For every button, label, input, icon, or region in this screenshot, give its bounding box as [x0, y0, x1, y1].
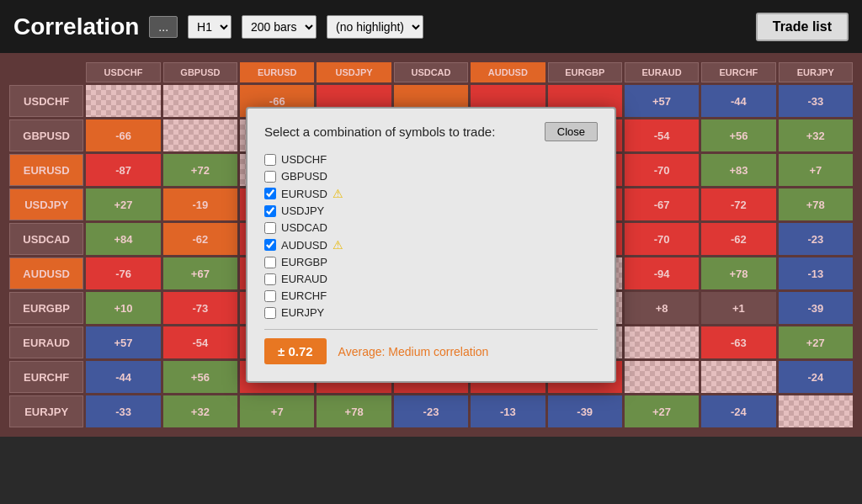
cell-usdcad-gbpusd[interactable]: -62: [163, 223, 237, 255]
row-label-audusd: AUDUSD: [9, 257, 83, 289]
row-label-gbpusd: GBPUSD: [9, 119, 83, 151]
cell-eurchf-euraud[interactable]: [625, 361, 699, 393]
cell-audusd-gbpusd[interactable]: +67: [163, 257, 237, 289]
cell-eurjpy-eurchf[interactable]: -24: [701, 395, 775, 427]
checkbox-eurusd[interactable]: [264, 188, 276, 199]
cell-eurgbp-eurchf[interactable]: +1: [701, 292, 775, 324]
cell-euraud-euraud[interactable]: [625, 326, 699, 358]
cell-usdchf-eurjpy[interactable]: -33: [779, 85, 853, 117]
cell-euraud-usdchf[interactable]: +57: [86, 326, 160, 358]
symbol-label-eurgbp: EURGBP: [281, 256, 327, 268]
cell-usdchf-euraud[interactable]: +57: [625, 85, 699, 117]
symbol-checkbox-row-usdchf: USDCHF: [264, 153, 598, 166]
cell-euraud-gbpusd[interactable]: -54: [163, 326, 237, 358]
cell-usdcad-eurchf[interactable]: -62: [701, 223, 775, 255]
cell-usdcad-eurjpy[interactable]: -23: [779, 223, 853, 255]
trade-list-button[interactable]: Trade list: [756, 13, 849, 41]
more-button[interactable]: ...: [149, 16, 178, 38]
cell-eurjpy-usdchf[interactable]: -33: [86, 395, 160, 427]
symbol-checkbox-list: USDCHFGBPUSDEURUSD⚠USDJPYUSDCADAUDUSD⚠EU…: [264, 153, 598, 319]
timeframe-select[interactable]: H1: [188, 15, 231, 39]
row-label-euraud: EURAUD: [9, 326, 83, 358]
cell-audusd-usdchf[interactable]: -76: [86, 257, 160, 289]
cell-gbpusd-eurchf[interactable]: +56: [701, 119, 775, 151]
cell-eurusd-euraud[interactable]: -70: [625, 154, 699, 186]
cell-eurchf-gbpusd[interactable]: +56: [163, 361, 237, 393]
cell-usdjpy-eurjpy[interactable]: +78: [779, 188, 853, 220]
cell-eurjpy-audusd[interactable]: -13: [471, 395, 545, 427]
row-label-eurchf: EURCHF: [9, 361, 83, 393]
cell-usdjpy-gbpusd[interactable]: -19: [163, 188, 237, 220]
cell-gbpusd-eurjpy[interactable]: +32: [779, 119, 853, 151]
correlation-grid-area: USDCHF GBPUSD EURUSD USDJPY USDCAD AUDUS…: [0, 53, 862, 437]
cell-eurgbp-usdchf[interactable]: +10: [86, 292, 160, 324]
cell-audusd-eurjpy[interactable]: -13: [779, 257, 853, 289]
cell-usdchf-gbpusd[interactable]: [163, 85, 237, 117]
cell-eurjpy-eurjpy[interactable]: [779, 395, 853, 427]
modal-close-button[interactable]: Close: [545, 122, 598, 141]
cell-gbpusd-usdchf[interactable]: -66: [86, 119, 160, 151]
cell-usdchf-usdchf[interactable]: [86, 85, 160, 117]
cell-eurjpy-gbpusd[interactable]: +32: [163, 395, 237, 427]
symbol-label-eurchf: EURCHF: [281, 289, 327, 302]
cell-usdjpy-euraud[interactable]: -67: [625, 188, 699, 220]
cell-usdjpy-usdchf[interactable]: +27: [86, 188, 160, 220]
checkbox-eurjpy[interactable]: [264, 307, 276, 319]
cell-usdjpy-eurchf[interactable]: -72: [701, 188, 775, 220]
cell-eurgbp-gbpusd[interactable]: -73: [163, 292, 237, 324]
col-header-gbpusd: GBPUSD: [163, 62, 237, 82]
cell-usdcad-usdchf[interactable]: +84: [86, 223, 160, 255]
col-header-usdchf: USDCHF: [86, 62, 160, 82]
cell-eurjpy-euraud[interactable]: +27: [625, 395, 699, 427]
col-header-usdjpy: USDJPY: [317, 62, 391, 82]
cell-eurjpy-usdjpy[interactable]: +78: [317, 395, 391, 427]
row-label-usdcad: USDCAD: [9, 223, 83, 255]
checkbox-eurchf[interactable]: [264, 290, 276, 302]
cell-eurusd-gbpusd[interactable]: +72: [163, 154, 237, 186]
cell-gbpusd-euraud[interactable]: -54: [625, 119, 699, 151]
table-row: EURJPY-33+32+7+78-23-13-39+27-24: [9, 395, 853, 427]
avg-correlation-text: Average: Medium correlation: [338, 345, 489, 358]
cell-gbpusd-gbpusd[interactable]: [163, 119, 237, 151]
cell-usdchf-eurchf[interactable]: -44: [701, 85, 775, 117]
cell-usdcad-euraud[interactable]: -70: [625, 223, 699, 255]
row-label-eurusd: EURUSD: [9, 154, 83, 186]
checkbox-eurgbp[interactable]: [264, 257, 276, 268]
warning-icon-eurusd: ⚠: [333, 187, 343, 200]
checkbox-euraud[interactable]: [264, 273, 276, 285]
cell-audusd-euraud[interactable]: -94: [625, 257, 699, 289]
cell-eurusd-usdchf[interactable]: -87: [86, 154, 160, 186]
cell-euraud-eurchf[interactable]: -63: [701, 326, 775, 358]
checkbox-gbpusd[interactable]: [264, 171, 276, 183]
highlight-select[interactable]: (no highlight): [327, 15, 423, 39]
checkbox-audusd[interactable]: [264, 239, 276, 251]
cell-eurgbp-eurjpy[interactable]: -39: [779, 292, 853, 324]
cell-eurusd-eurchf[interactable]: +83: [701, 154, 775, 186]
cell-eurchf-eurjpy[interactable]: -24: [779, 361, 853, 393]
checkbox-usdchf[interactable]: [264, 154, 276, 166]
cell-eurjpy-eurusd[interactable]: +7: [240, 395, 314, 427]
col-header-euraud: EURAUD: [625, 62, 699, 82]
warning-icon-audusd: ⚠: [333, 238, 343, 252]
cell-eurchf-eurchf[interactable]: [701, 361, 775, 393]
symbol-checkbox-row-eurchf: EURCHF: [264, 289, 598, 302]
header: Correlation ... H1 200 bars (no highligh…: [0, 0, 862, 53]
symbol-label-usdjpy: USDJPY: [281, 204, 324, 217]
modal-title: Select a combination of symbols to trade…: [264, 125, 495, 139]
cell-eurgbp-euraud[interactable]: +8: [625, 292, 699, 324]
symbol-label-eurusd: EURUSD: [281, 188, 327, 200]
symbol-checkbox-row-eurjpy: EURJPY: [264, 306, 598, 319]
col-header-eurchf: EURCHF: [701, 62, 775, 82]
symbol-label-audusd: AUDUSD: [281, 239, 327, 252]
cell-audusd-eurchf[interactable]: +78: [701, 257, 775, 289]
cell-eurjpy-usdcad[interactable]: -23: [394, 395, 468, 427]
cell-eurusd-eurjpy[interactable]: +7: [779, 154, 853, 186]
row-label-eurgbp: EURGBP: [9, 292, 83, 324]
cell-euraud-eurjpy[interactable]: +27: [779, 326, 853, 358]
correlation-value-badge: ± 0.72: [264, 338, 327, 364]
checkbox-usdcad[interactable]: [264, 222, 276, 234]
cell-eurjpy-eurgbp[interactable]: -39: [548, 395, 622, 427]
cell-eurchf-usdchf[interactable]: -44: [86, 361, 160, 393]
checkbox-usdjpy[interactable]: [264, 205, 276, 217]
bars-select[interactable]: 200 bars: [242, 15, 317, 39]
